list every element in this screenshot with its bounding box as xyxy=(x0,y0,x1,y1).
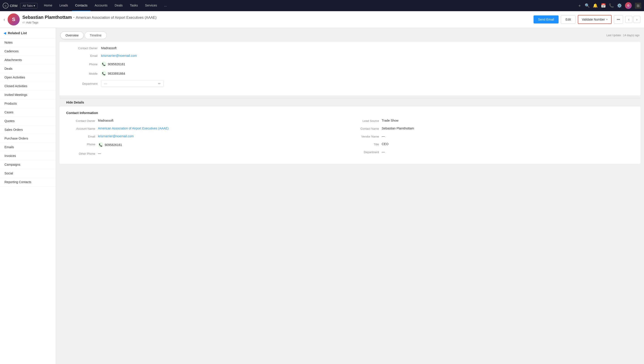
sidebar-item-attachments[interactable]: Attachments xyxy=(0,56,56,64)
field-row-phone: Phone 📞 9095826161 xyxy=(66,62,634,67)
sidebar-item-sales-orders[interactable]: Sales Orders xyxy=(0,126,56,134)
sidebar-item-social[interactable]: Social xyxy=(0,169,56,178)
ci-vendor-name-row: Vendor Name — xyxy=(350,134,634,138)
main-layout: ◀ Related List Notes Cadences Attachment… xyxy=(0,28,644,364)
nav-item-home[interactable]: Home xyxy=(41,0,55,11)
contact-info-fields: Contact Owner Madrassoft Account Name Am… xyxy=(66,119,634,160)
all-tabs-label: All Tabs xyxy=(22,4,33,8)
contact-info-section: Contact Information Contact Owner Madras… xyxy=(60,106,640,164)
field-row-email: Email krismarrier@noemail.com xyxy=(66,54,634,58)
calendar-button[interactable]: 📅 xyxy=(601,3,606,8)
add-tags-button[interactable]: 🏷 Add Tags xyxy=(22,21,531,24)
sidebar-header: ◀ Related List xyxy=(0,28,56,38)
sidebar-item-open-activities[interactable]: Open Activities xyxy=(0,73,56,82)
next-record-button[interactable]: › xyxy=(633,16,640,23)
department-field[interactable]: — ✏ xyxy=(101,80,164,87)
ci-department-row: Department — xyxy=(350,150,634,154)
content-tabs-bar: Overview Timeline Last Update : 14 day(s… xyxy=(56,28,644,39)
field-row-contact-owner: Contact Owner Madrassoft xyxy=(66,46,634,50)
overview-card: Contact Owner Madrassoft Email krismarri… xyxy=(60,42,640,96)
ci-contact-name-row: Contact Name Sebastian Plamthottam xyxy=(350,126,634,130)
nav-item-tasks[interactable]: Tasks xyxy=(127,0,141,11)
department-placeholder: — xyxy=(104,82,107,86)
more-options-button[interactable]: ••• xyxy=(614,15,623,24)
email-value[interactable]: krismarrier@noemail.com xyxy=(101,54,137,58)
nav-item-more[interactable]: ... xyxy=(161,0,170,11)
notifications-button[interactable]: 🔔 xyxy=(593,3,598,8)
department-label: Department xyxy=(66,82,98,86)
all-tabs-button[interactable]: All Tabs ▾ xyxy=(20,3,38,8)
hide-details-bar[interactable]: Hide Details xyxy=(60,98,640,106)
contact-avatar: S xyxy=(8,14,20,26)
ci-email-label: Email xyxy=(66,134,95,138)
nav-item-accounts[interactable]: Accounts xyxy=(92,0,111,11)
sidebar-item-closed-activities[interactable]: Closed Activities xyxy=(0,82,56,90)
ci-account-name-value[interactable]: American Association of Airport Executiv… xyxy=(98,126,168,130)
sidebar-item-quotes[interactable]: Quotes xyxy=(0,117,56,126)
sidebar-item-invoices[interactable]: Invoices xyxy=(0,152,56,160)
ci-phone-value: 📞 9095826161 xyxy=(98,142,122,148)
sidebar-item-reporting-contacts[interactable]: Reporting Contacts xyxy=(0,178,56,186)
ci-contact-name-value: Sebastian Plamthottam xyxy=(382,126,414,130)
phone-label: Phone xyxy=(66,62,98,66)
sidebar-item-notes[interactable]: Notes xyxy=(0,38,56,47)
validate-number-button[interactable]: Validate Number ▾ xyxy=(578,15,612,24)
contact-org: American Association of Airport Executiv… xyxy=(76,16,156,20)
email-label: Email xyxy=(66,54,98,58)
ci-account-name-row: Account Name American Association of Air… xyxy=(66,126,350,130)
send-email-button[interactable]: Send Email xyxy=(534,16,558,24)
ci-vendor-name-label: Vendor Name xyxy=(350,134,379,138)
right-column-fields: Lead Source Trade Show Contact Name Seba… xyxy=(350,119,634,160)
crm-logo-icon: ◎ xyxy=(3,3,8,8)
left-column-fields: Contact Owner Madrassoft Account Name Am… xyxy=(66,119,350,160)
validate-number-label: Validate Number xyxy=(582,18,605,21)
search-button[interactable]: 🔍 xyxy=(585,3,590,8)
tab-timeline[interactable]: Timeline xyxy=(84,32,106,39)
validate-dropdown-arrow: ▾ xyxy=(606,18,608,21)
field-row-department: Department — ✏ xyxy=(66,80,634,87)
sidebar-item-deals[interactable]: Deals xyxy=(0,64,56,73)
sidebar-item-invited-meetings[interactable]: Invited Meetings xyxy=(0,90,56,99)
related-list-sidebar: ◀ Related List Notes Cadences Attachment… xyxy=(0,28,56,364)
sidebar-item-products[interactable]: Products xyxy=(0,99,56,108)
contact-full-name: Sebastian Plamthottam - American Associa… xyxy=(22,15,531,20)
sidebar-item-emails[interactable]: Emails xyxy=(0,143,56,152)
tabs-left: Overview Timeline xyxy=(60,32,107,39)
chevron-down-icon: ▾ xyxy=(34,4,35,8)
ci-email-row: Email krismarrier@noemail.com xyxy=(66,134,350,138)
edit-button[interactable]: Edit xyxy=(561,15,576,24)
ci-lead-source-row: Lead Source Trade Show xyxy=(350,119,634,122)
nav-item-services[interactable]: Services xyxy=(142,0,160,11)
nav-item-deals[interactable]: Deals xyxy=(112,0,126,11)
ci-other-phone-label: Other Phone xyxy=(66,152,95,156)
contact-header: ‹ S Sebastian Plamthottam - American Ass… xyxy=(0,11,644,28)
tab-overview[interactable]: Overview xyxy=(60,32,84,39)
sidebar-item-cadences[interactable]: Cadences xyxy=(0,47,56,56)
nav-item-leads[interactable]: Leads xyxy=(56,0,71,11)
ci-phone-row: Phone 📞 9095826161 xyxy=(66,142,350,148)
sidebar-item-purchase-orders[interactable]: Purchase Orders xyxy=(0,134,56,143)
contact-owner-label: Contact Owner xyxy=(66,46,98,50)
ci-title-label: Title xyxy=(350,142,379,146)
phone-button[interactable]: 📞 xyxy=(609,3,614,8)
sidebar-pin-icon: ◀ xyxy=(4,31,6,35)
back-button[interactable]: ‹ xyxy=(4,17,5,22)
edit-department-icon[interactable]: ✏ xyxy=(158,82,161,86)
nav-item-contacts[interactable]: Contacts xyxy=(72,0,90,11)
nav-right-icons: ＋ 🔍 🔔 📅 📞 ⚙️ G ⊞ xyxy=(578,2,641,9)
prev-record-button[interactable]: ‹ xyxy=(625,16,632,23)
ci-email-value[interactable]: krismarrier@noemail.com xyxy=(98,134,134,138)
field-row-mobile: Mobile 📞 9833891664 xyxy=(66,71,634,76)
sidebar-item-cases[interactable]: Cases xyxy=(0,108,56,117)
add-button[interactable]: ＋ xyxy=(578,3,582,8)
record-navigation: ‹ › xyxy=(625,16,640,23)
ci-phone-label: Phone xyxy=(66,142,95,146)
ci-title-value: CEO xyxy=(382,142,388,146)
grid-button[interactable]: ⊞ xyxy=(635,3,641,9)
user-avatar[interactable]: G xyxy=(625,2,632,9)
sidebar-item-campaigns[interactable]: Campaigns xyxy=(0,160,56,169)
ci-phone-icon: 📞 xyxy=(98,142,103,148)
contact-separator: - xyxy=(73,15,76,20)
mobile-phone-icon: 📞 xyxy=(101,71,106,76)
settings-button[interactable]: ⚙️ xyxy=(617,3,622,8)
